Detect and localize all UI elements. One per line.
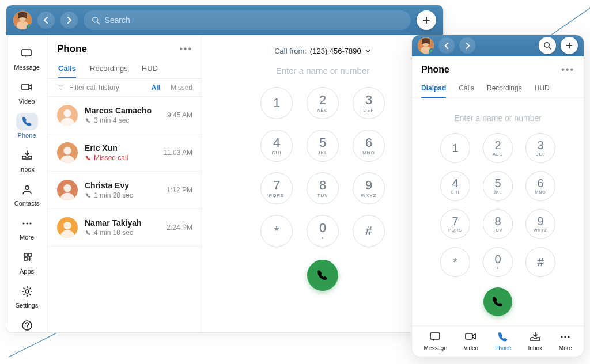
dialpad-key[interactable]: # xyxy=(525,247,555,277)
sidebar-item-help[interactable]: Help xyxy=(6,313,47,333)
nav-forward-button[interactable] xyxy=(60,12,78,29)
nav-message[interactable]: Message xyxy=(423,331,447,351)
contact-name: Marcos Camacho xyxy=(85,106,160,115)
call-small-icon xyxy=(85,192,92,199)
number-input[interactable]: Enter a name or number xyxy=(454,113,542,123)
search-icon xyxy=(92,16,100,25)
call-row[interactable]: Marcos Camacho3 min 4 sec9:45 AM xyxy=(48,97,202,134)
dialpad-key[interactable]: # xyxy=(353,215,385,247)
tab-dialpad[interactable]: Dialpad xyxy=(421,79,446,98)
nav-video[interactable]: Video xyxy=(464,331,478,351)
dialpad-key[interactable]: 3DEF xyxy=(353,87,385,119)
dialpad-key[interactable]: 3DEF xyxy=(525,133,555,163)
tab-calls[interactable]: Calls xyxy=(459,79,474,98)
phone-icon xyxy=(21,115,33,128)
contact-avatar xyxy=(57,105,78,126)
dialpad-key[interactable]: 2ABC xyxy=(307,87,339,119)
call-detail: 1 min 20 sec xyxy=(85,191,160,199)
dialpad-key[interactable]: 1 xyxy=(260,87,293,119)
call-row[interactable]: Namar Takiyah4 min 10 sec2:24 PM xyxy=(48,209,202,247)
new-action-button[interactable] xyxy=(561,37,578,54)
search-field[interactable] xyxy=(84,10,411,30)
dialpad-key[interactable]: 6MNO xyxy=(525,171,555,201)
dialpad-key[interactable]: 5JKL xyxy=(307,130,339,162)
dialpad-key[interactable]: 5JKL xyxy=(483,171,513,201)
call-detail: Missed call xyxy=(85,154,156,162)
dialpad-key[interactable]: 7PQRS xyxy=(260,172,293,204)
nav-label: Video xyxy=(464,345,478,351)
contact-avatar xyxy=(57,217,78,238)
filter-input[interactable]: Filter call history xyxy=(69,84,119,92)
dialpad-key[interactable]: 7PQRS xyxy=(440,209,470,239)
sidebar-item-settings[interactable]: Settings xyxy=(6,279,47,313)
nav-more[interactable]: More xyxy=(559,331,572,351)
tab-recordings[interactable]: Recordings xyxy=(90,59,128,78)
presence-indicator xyxy=(429,48,434,54)
dialpad-key[interactable]: 9WXYZ xyxy=(525,209,555,239)
dial-button[interactable] xyxy=(307,260,338,291)
nav-back-button[interactable] xyxy=(37,12,55,29)
call-detail: 4 min 10 sec xyxy=(85,229,160,237)
help-icon xyxy=(21,319,33,332)
dialpad-key[interactable]: * xyxy=(440,247,470,277)
sidebar-item-apps[interactable]: Apps xyxy=(6,245,47,279)
sidebar-item-inbox[interactable]: Inbox xyxy=(6,143,47,177)
sidebar-item-message[interactable]: Message xyxy=(6,41,47,75)
dialpad-key[interactable]: 0+ xyxy=(483,247,513,277)
sidebar-item-more[interactable]: More xyxy=(6,211,47,245)
user-avatar[interactable] xyxy=(418,37,434,54)
svg-point-19 xyxy=(60,156,75,164)
inbox-icon xyxy=(21,149,33,162)
search-input[interactable] xyxy=(104,16,403,25)
sidebar-label: More xyxy=(20,234,34,241)
tab-hud[interactable]: HUD xyxy=(535,79,550,98)
filter-missed[interactable]: Missed xyxy=(171,84,192,92)
mobile-title: Phone xyxy=(421,65,449,75)
settings-icon xyxy=(21,285,33,298)
mobile-window: Phone ••• Dialpad Calls Recordings HUD E… xyxy=(411,35,584,357)
dialpad-key[interactable]: 8TUV xyxy=(307,172,339,204)
sidebar-label: Phone xyxy=(18,132,36,139)
dial-button[interactable] xyxy=(483,287,512,316)
dialpad-key[interactable]: 6MNO xyxy=(353,130,385,162)
mobile-more-button[interactable]: ••• xyxy=(561,65,574,75)
number-input[interactable]: Enter a name or number xyxy=(276,66,370,75)
nav-back-button[interactable] xyxy=(438,37,455,54)
dialpad-key[interactable]: 1 xyxy=(440,133,470,163)
video-icon xyxy=(21,81,33,94)
dialpad-key[interactable]: 9WXYZ xyxy=(353,172,385,204)
tab-hud[interactable]: HUD xyxy=(142,59,158,78)
tab-calls[interactable]: Calls xyxy=(58,59,76,78)
nav-forward-button[interactable] xyxy=(459,37,475,54)
nav-inbox[interactable]: Inbox xyxy=(528,331,542,351)
calls-panel: Phone ••• Calls Recordings HUD Filter ca… xyxy=(48,35,202,332)
call-small-icon xyxy=(85,117,92,124)
new-action-button[interactable] xyxy=(417,10,436,30)
call-from-selector[interactable]: Call from: (123) 456-7890 xyxy=(274,47,371,55)
dialpad-key[interactable]: * xyxy=(260,215,293,247)
dialpad-key[interactable]: 4GHI xyxy=(260,130,293,162)
sidebar-item-video[interactable]: Video xyxy=(6,75,47,109)
sidebar-item-contacts[interactable]: Contacts xyxy=(6,177,47,211)
call-row[interactable]: Christa Evy1 min 20 sec1:12 PM xyxy=(48,172,202,209)
call-small-icon xyxy=(85,229,92,236)
panel-more-button[interactable]: ••• xyxy=(179,44,192,54)
apps-icon xyxy=(21,251,33,264)
sidebar-label: Contacts xyxy=(14,200,39,207)
call-row[interactable]: Eric XunMissed call11:03 AM xyxy=(48,134,202,172)
svg-point-21 xyxy=(60,193,75,201)
phone-icon xyxy=(316,268,330,282)
dialpad-key[interactable]: 0+ xyxy=(307,215,339,247)
video-icon xyxy=(464,331,477,343)
filter-all[interactable]: All xyxy=(152,84,160,92)
tab-recordings[interactable]: Recordings xyxy=(487,79,522,98)
nav-phone[interactable]: Phone xyxy=(495,331,512,351)
sidebar-item-phone[interactable]: Phone xyxy=(6,109,47,143)
search-button[interactable] xyxy=(539,37,556,54)
contacts-icon xyxy=(21,183,33,196)
dialpad-key[interactable]: 4GHI xyxy=(440,171,470,201)
sidebar-label: Apps xyxy=(20,268,34,275)
user-avatar[interactable] xyxy=(13,11,32,29)
dialpad-key[interactable]: 2ABC xyxy=(483,133,513,163)
dialpad-key[interactable]: 8TUV xyxy=(483,209,513,239)
